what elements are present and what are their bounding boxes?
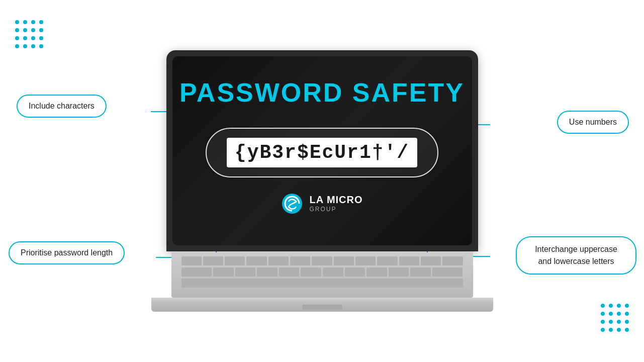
tooltip-include-characters-label: Include characters bbox=[29, 102, 95, 110]
dots-bottom-right bbox=[601, 304, 629, 332]
dots-top-left bbox=[15, 20, 43, 48]
tooltip-prioritise-length: Prioritise password length bbox=[9, 241, 125, 264]
tooltip-use-numbers: Use numbers bbox=[557, 111, 629, 134]
laptop-keyboard bbox=[171, 252, 473, 298]
tooltip-use-numbers-label: Use numbers bbox=[569, 118, 617, 126]
laptop-base bbox=[151, 298, 493, 312]
screen-title: PASSWORD SAFETY bbox=[179, 77, 465, 108]
tooltip-uppercase-lowercase: Interchange uppercaseand lowercase lette… bbox=[516, 236, 636, 275]
laptop: PASSWORD SAFETY {yB3r$EcUr1†'/ LA MICRO … bbox=[151, 50, 493, 312]
laptop-screen-inner: PASSWORD SAFETY {yB3r$EcUr1†'/ LA MICRO … bbox=[172, 56, 472, 245]
logo-sub: GROUP bbox=[309, 206, 362, 213]
tooltip-prioritise-length-label: Prioritise password length bbox=[21, 248, 113, 257]
tooltip-include-characters: Include characters bbox=[17, 95, 107, 118]
tooltip-uppercase-lowercase-label: Interchange uppercaseand lowercase lette… bbox=[535, 245, 617, 265]
laptop-screen-outer: PASSWORD SAFETY {yB3r$EcUr1†'/ LA MICRO … bbox=[166, 50, 478, 251]
password-text: {yB3r$EcUr1†'/ bbox=[227, 138, 417, 167]
logo-text: LA MICRO GROUP bbox=[309, 194, 362, 213]
logo-area: LA MICRO GROUP bbox=[281, 193, 362, 215]
logo-name: LA MICRO bbox=[309, 194, 362, 206]
password-box: {yB3r$EcUr1†'/ bbox=[206, 128, 438, 177]
lamicro-logo-icon bbox=[281, 193, 303, 215]
